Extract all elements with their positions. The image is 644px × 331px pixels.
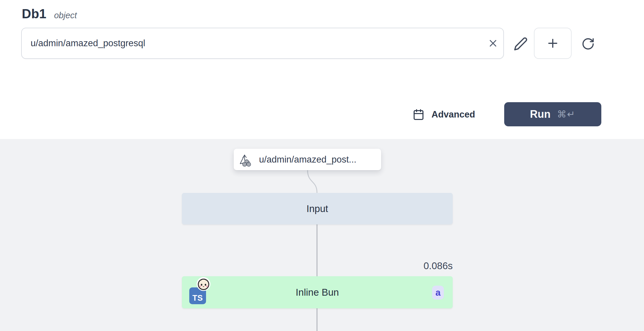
plus-icon <box>546 37 560 50</box>
run-shortcut-hint: ⌘↵ <box>557 109 576 120</box>
add-resource-button[interactable] <box>534 28 572 59</box>
clear-resource-button[interactable] <box>483 28 503 58</box>
flow-graph-canvas: u/admin/amazed_post... Input 0.086s TS <box>0 139 644 331</box>
field-type-label: object <box>54 11 77 20</box>
field-name-label: Db1 <box>22 6 47 21</box>
typescript-icon-label: TS <box>192 294 203 303</box>
step-duration: 0.086s <box>364 260 453 272</box>
edit-resource-button[interactable] <box>512 34 530 54</box>
input-node-label: Input <box>306 203 328 214</box>
step-language-badge: TS <box>189 283 213 307</box>
resource-path-field <box>21 28 504 59</box>
flow-input-node[interactable]: Input <box>182 193 453 224</box>
resource-node-label: u/admin/amazed_post... <box>259 154 356 165</box>
field-header: Db1 object <box>22 6 77 21</box>
refresh-resource-button[interactable] <box>579 35 597 53</box>
advanced-label: Advanced <box>431 109 475 120</box>
step-node-label: Inline Bun <box>296 287 339 298</box>
run-label: Run <box>530 108 551 120</box>
advanced-button[interactable]: Advanced <box>413 107 475 123</box>
refresh-icon <box>581 37 595 51</box>
close-icon <box>487 38 499 49</box>
run-button[interactable]: Run ⌘↵ <box>504 102 601 126</box>
pencil-icon <box>514 37 528 51</box>
resource-path-input[interactable] <box>22 28 483 58</box>
step-id-badge: a <box>432 286 444 299</box>
resource-object-icon <box>238 153 253 167</box>
flow-test-panel: Db1 object Advanced <box>0 0 644 331</box>
flow-resource-node[interactable]: u/admin/amazed_post... <box>234 149 381 170</box>
calendar-icon <box>413 109 424 120</box>
flow-step-node-inline-bun[interactable]: TS Inline Bun a <box>182 276 453 308</box>
bun-icon <box>196 277 211 291</box>
